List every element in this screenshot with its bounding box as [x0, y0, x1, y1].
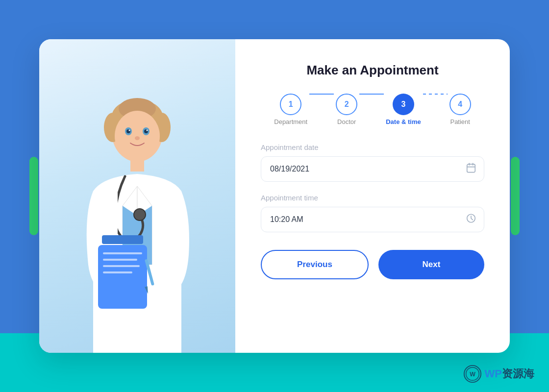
date-input[interactable] — [261, 156, 484, 182]
svg-point-12 — [135, 136, 140, 140]
svg-point-14 — [134, 209, 146, 220]
next-button[interactable]: Next — [378, 250, 484, 279]
connector-2-3 — [359, 94, 384, 105]
svg-rect-20 — [103, 271, 132, 273]
svg-rect-16 — [102, 235, 143, 244]
svg-point-11 — [147, 130, 148, 131]
svg-rect-15 — [98, 245, 147, 309]
step-1-circle: 1 — [280, 94, 301, 115]
step-3-label: Date & time — [386, 118, 421, 125]
svg-rect-19 — [103, 265, 140, 267]
page-title: Make an Appointment — [261, 63, 484, 78]
left-accent — [29, 157, 38, 235]
svg-rect-17 — [103, 252, 142, 254]
doctor-panel — [39, 39, 235, 353]
step-2: 2 Doctor — [336, 94, 357, 125]
watermark-text: WP资源海 — [485, 367, 534, 381]
time-label: Appointment time — [261, 194, 484, 202]
connector-3-4 — [423, 94, 448, 105]
steps-indicator: 1 Department 2 Doctor — [261, 94, 484, 125]
time-input[interactable] — [261, 207, 484, 232]
step-1-label: Department — [274, 118, 307, 125]
wp-logo-icon: W — [463, 365, 482, 383]
svg-rect-18 — [103, 259, 137, 261]
connector-1-2 — [309, 94, 334, 105]
step-1: 1 Department — [274, 94, 307, 125]
time-input-wrapper — [261, 207, 484, 232]
step-4: 4 Patient — [449, 94, 471, 125]
watermark: W WP资源海 — [463, 365, 534, 383]
step-3-circle: 3 — [393, 94, 414, 115]
step-4-circle: 4 — [449, 94, 471, 115]
navigation-buttons: Previous Next — [261, 250, 484, 279]
date-input-wrapper — [261, 156, 484, 182]
time-field-group: Appointment time — [261, 194, 484, 232]
step-2-circle: 2 — [336, 94, 357, 115]
step-4-label: Patient — [450, 118, 470, 125]
right-accent — [511, 157, 520, 235]
form-panel: Make an Appointment 1 Department 2 Docto… — [235, 39, 510, 353]
step-3: 3 Date & time — [386, 94, 421, 125]
date-field-group: Appointment date — [261, 143, 484, 182]
date-label: Appointment date — [261, 143, 484, 151]
previous-button[interactable]: Previous — [261, 250, 369, 279]
step-2-label: Doctor — [337, 118, 356, 125]
svg-rect-13 — [130, 157, 144, 172]
appointment-card: Make an Appointment 1 Department 2 Docto… — [39, 39, 510, 353]
svg-point-10 — [129, 130, 130, 131]
svg-text:W: W — [470, 371, 475, 378]
